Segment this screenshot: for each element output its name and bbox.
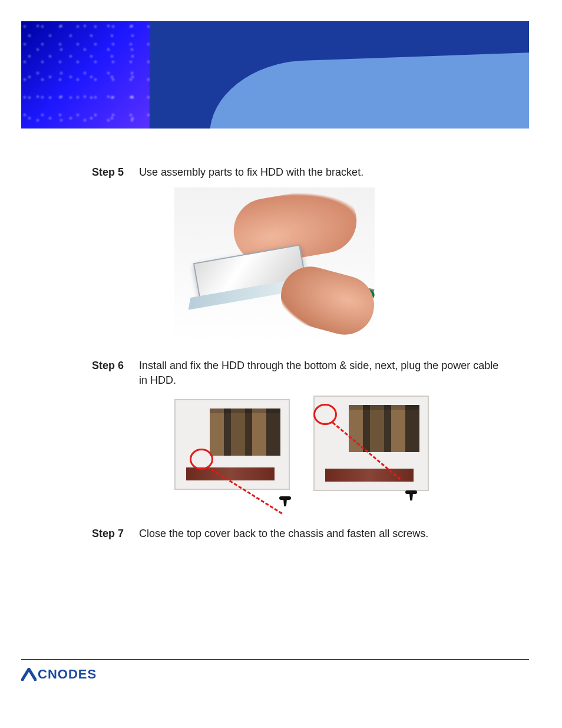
banner-swoosh-graphic bbox=[210, 50, 529, 129]
chassis-internals-graphic bbox=[210, 409, 280, 456]
step-6-block: Step 6 Install and fix the HDD through t… bbox=[92, 358, 504, 387]
brand-logo-text: CNODES bbox=[38, 667, 97, 682]
step-6-label: Step 6 bbox=[92, 358, 139, 373]
brand-logo-mark-icon bbox=[21, 668, 37, 681]
banner-pcb-graphic bbox=[21, 21, 150, 129]
hdd-bracket-photo bbox=[174, 187, 375, 342]
step-7-label: Step 7 bbox=[92, 526, 139, 541]
step-5-figure bbox=[174, 187, 562, 342]
screw-icon bbox=[279, 495, 291, 505]
footer-divider bbox=[21, 659, 529, 660]
step-5-text: Use assembly parts to fix HDD with the b… bbox=[139, 165, 504, 179]
brand-logo: CNODES bbox=[21, 667, 97, 682]
document-page: Step 5 Use assembly parts to fix HDD wit… bbox=[0, 0, 562, 728]
step-7-text: Close the top cover back to the chassis … bbox=[139, 526, 504, 541]
screw-icon bbox=[405, 489, 417, 499]
step-6-figure bbox=[174, 396, 562, 506]
content-area: Step 5 Use assembly parts to fix HDD wit… bbox=[92, 165, 504, 549]
step-7-block: Step 7 Close the top cover back to the c… bbox=[92, 526, 504, 541]
header-banner bbox=[21, 21, 529, 129]
chassis-install-photo bbox=[174, 396, 429, 506]
step-6-text: Install and fix the HDD through the bott… bbox=[139, 358, 504, 387]
chassis-bottom-graphic bbox=[174, 399, 290, 490]
step-5-block: Step 5 Use assembly parts to fix HDD wit… bbox=[92, 165, 504, 179]
step-5-label: Step 5 bbox=[92, 165, 139, 179]
chassis-board-graphic bbox=[325, 469, 414, 482]
callout-circle-icon bbox=[190, 449, 213, 470]
